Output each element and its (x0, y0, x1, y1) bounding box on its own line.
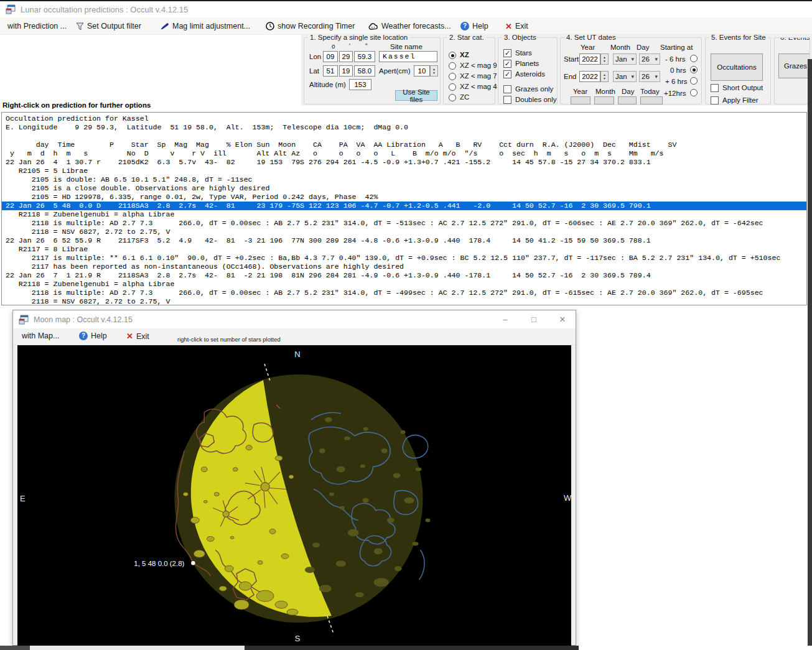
moon-window-title: Moon map : Occult v.4.12.15 (34, 315, 133, 324)
radio-xz-mag9[interactable] (449, 62, 456, 70)
moon-map-canvas[interactable]: 1, 5 48 0.0 (2.8) N S E W (17, 345, 571, 646)
quick-year-button[interactable] (571, 96, 590, 104)
radio-xz-mag4[interactable] (449, 83, 456, 91)
moon-titlebar: Moon map : Occult v.4.12.15 – □ ✕ (13, 310, 576, 328)
radio-xz-mag7[interactable] (449, 73, 456, 80)
toolbar-recording-timer[interactable]: show Recording Timer (266, 21, 355, 32)
filter-icon (76, 22, 84, 30)
quick-month-button[interactable] (594, 96, 614, 104)
maximize-button[interactable]: □ (525, 310, 543, 328)
lat-sec-field[interactable]: 58.0 (354, 65, 375, 77)
lat-min-field[interactable]: 19 (339, 65, 353, 77)
prediction-line[interactable]: 22 Jan 26 6 52 55.9 R 2117SF3 5.2 4.9 42… (2, 236, 806, 245)
panel-objects-title: 3. Objects (502, 34, 538, 41)
checkbox-stars[interactable]: ✓ (503, 49, 511, 57)
prediction-line[interactable]: Occultation prediction for Kassel (2, 114, 806, 123)
prediction-line[interactable]: R2117 = 8 Librae (2, 245, 806, 254)
prediction-line[interactable]: R2105 = 5 Librae (2, 167, 806, 175)
site-name-field[interactable]: Kassel (379, 51, 437, 62)
toolbar-help[interactable]: ? Help (460, 21, 488, 32)
main-toolbar: with Prediction ... Set Output filter Ma… (0, 17, 812, 35)
deg-symbol: o (332, 43, 335, 50)
checkbox-asteroids[interactable]: ✓ (503, 70, 511, 78)
moon-menu-help[interactable]: ? Help (79, 332, 107, 340)
toolbar-mag-limit[interactable]: Mag limit adjustment... (161, 21, 250, 32)
prediction-line[interactable]: 2105 = HD 129978, 6.335, range 0.01, 2w,… (2, 193, 806, 202)
minimize-button[interactable]: – (496, 310, 515, 328)
prediction-list[interactable]: Occultation prediction for KasselE. Long… (1, 112, 807, 305)
prediction-line[interactable]: 2105 is double: AB 6.5 10.1 5.1" 248.8, … (2, 175, 806, 184)
prediction-line[interactable]: day Time P Star Sp Mag Mag % Elon Sun Mo… (2, 141, 806, 149)
prediction-line[interactable]: 2118 is multiple: AD 2.7 7.3 266.0, dT =… (2, 219, 806, 228)
prediction-line[interactable]: R2118 = Zubenelgenubi = alpha Librae (2, 210, 806, 219)
apert-field[interactable]: 10 (414, 65, 430, 77)
end-year-spinner[interactable]: ▲▼ (600, 71, 609, 82)
moon-menu-with-map[interactable]: with Map... (22, 332, 59, 340)
prediction-line[interactable] (2, 132, 806, 141)
altitude-label: Altitude (m) (309, 81, 346, 88)
end-day-combo[interactable]: 26▾ (639, 71, 660, 82)
radio-plus-6hrs[interactable] (690, 77, 698, 85)
toolbar-set-output-filter[interactable]: Set Output filter (76, 21, 141, 32)
prediction-line[interactable]: 2118 = NSV 6827, 2.72 to 2.75, V (2, 297, 806, 305)
use-site-files-button[interactable]: Use Site files (395, 90, 437, 101)
panel-events-around-path-title: 6. Events ar (778, 37, 810, 41)
compass-east: E (20, 494, 26, 503)
checkbox-planets[interactable]: ✓ (503, 60, 511, 68)
quick-today-button[interactable] (640, 96, 663, 104)
quick-day-button[interactable] (618, 96, 637, 104)
prediction-line[interactable]: R2118 = Zubenelgenubi = alpha Librae (2, 280, 806, 289)
clock-icon (266, 22, 274, 30)
checkbox-short-output[interactable] (711, 84, 719, 92)
prediction-line[interactable]: 22 Jan 26 4 1 30.7 r 2105dK2 6.3 5.7v 43… (2, 158, 806, 167)
start-day-combo[interactable]: 26▾ (639, 53, 660, 65)
prediction-line[interactable]: 22 Jan 26 7 1 21.9 R 2118SA3 2.8 2.7s 42… (2, 271, 806, 280)
checkbox-doubles-only[interactable] (503, 96, 511, 104)
grazes-button[interactable]: Grazes (778, 53, 810, 78)
prediction-line[interactable]: 2117 is multiple: ** 6.1 6.1 0.10" 90.0,… (2, 254, 806, 262)
close-button[interactable]: ✕ (553, 310, 572, 328)
sec-symbol: " (365, 43, 368, 50)
compass-north: N (294, 350, 300, 359)
panel-ut-dates-title: 4. Set UT dates (564, 34, 618, 41)
toolbar-with-prediction[interactable]: with Prediction ... (7, 21, 67, 32)
lon-min-field[interactable]: 29 (339, 51, 353, 62)
lon-sec-field[interactable]: 59.3 (354, 51, 375, 62)
radio-plus-12hrs[interactable] (690, 89, 698, 96)
prediction-line[interactable]: 2117 has been reported as non-instantane… (2, 262, 806, 271)
prediction-line[interactable]: E. Longitude 9 29 59.3, Latitude 51 19 5… (2, 123, 806, 132)
apert-spinner[interactable]: ▲▼ (430, 65, 438, 77)
end-year-field[interactable]: 2022 (579, 71, 600, 82)
main-titlebar: Lunar occultation predictions : Occult v… (0, 1, 812, 17)
compass-west: W (564, 493, 571, 503)
start-year-field[interactable]: 2022 (579, 53, 600, 65)
lon-deg-field[interactable]: 09 (323, 51, 338, 62)
toolbar-exit[interactable]: ✕ Exit (505, 21, 528, 32)
prediction-line[interactable]: y m d h m s No D v r V ill Alt Alt Az o … (2, 149, 806, 158)
toolbar-weather-forecasts[interactable]: Weather forecasts... (368, 21, 451, 32)
prediction-line[interactable]: 2105 is a close double. Observations are… (2, 184, 806, 193)
occultations-button[interactable]: Occultations (711, 53, 763, 81)
prediction-line[interactable]: 2118 is multiple: AD 2.7 7.3 266.0, dT =… (2, 289, 806, 297)
checkbox-apply-filter[interactable] (711, 96, 719, 104)
radio-minus-6hrs[interactable] (690, 55, 698, 62)
panel-star-cat: 2. Star cat. XZ XZ < mag 9 XZ < mag 7 XZ… (443, 37, 495, 104)
end-month-combo[interactable]: Jan▾ (613, 71, 637, 82)
radio-0hrs[interactable] (690, 66, 698, 73)
prediction-line[interactable]: 22 Jan 26 5 48 0.0 D 2118SA3 2.8 2.7s 42… (2, 202, 806, 210)
altitude-field[interactable]: 153 (349, 79, 371, 90)
moon-app-icon (19, 315, 29, 325)
panel-ut-dates: 4. Set UT dates Year Month Day Starting … (560, 37, 702, 104)
radio-zc[interactable] (449, 94, 456, 101)
moon-map-window: Moon map : Occult v.4.12.15 – □ ✕ with M… (12, 310, 576, 646)
exit-icon: ✕ (126, 332, 133, 341)
panel-site-location: 1. Specify a single site location o ' " … (304, 37, 441, 104)
taskbar-segment-dark (245, 646, 579, 650)
moon-menu-exit[interactable]: ✕ Exit (126, 332, 149, 341)
start-month-combo[interactable]: Jan▾ (613, 53, 637, 65)
radio-xz[interactable] (449, 52, 456, 59)
start-year-spinner[interactable]: ▲▼ (600, 53, 609, 65)
lat-deg-field[interactable]: 51 (323, 65, 338, 77)
checkbox-grazes-only[interactable] (503, 85, 511, 93)
prediction-line[interactable]: 2118 = NSV 6827, 2.72 to 2.75, V (2, 228, 806, 236)
